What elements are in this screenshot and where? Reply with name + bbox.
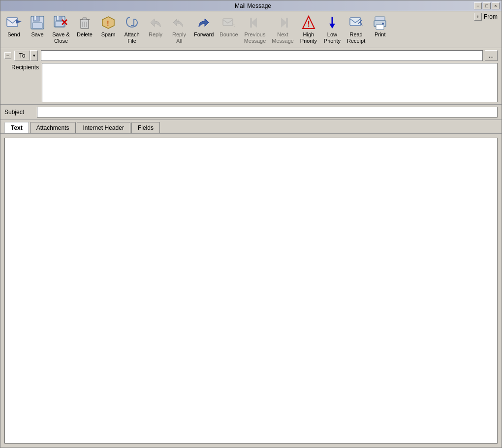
send-button[interactable]: Send <box>2 13 25 40</box>
message-body-container <box>4 138 498 444</box>
bounce-label: Bounce <box>220 31 238 38</box>
spam-icon: ! <box>100 15 116 30</box>
maximize-button[interactable]: □ <box>483 2 491 9</box>
svg-rect-8 <box>57 16 59 20</box>
svg-rect-7 <box>56 16 62 21</box>
to-input[interactable] <box>41 50 483 61</box>
reply-button[interactable]: Reply <box>144 13 167 40</box>
svg-marker-1 <box>16 20 22 24</box>
to-button[interactable]: To <box>14 51 30 60</box>
bounce-icon <box>221 15 237 30</box>
svg-point-35 <box>382 23 384 25</box>
recipients-input[interactable] <box>42 63 498 102</box>
print-label: Print <box>375 31 386 38</box>
read-receipt-button[interactable]: Read Receipt <box>345 13 368 46</box>
low-priority-label: Low Priority <box>324 31 341 44</box>
to-btn-group: To ▾ <box>14 50 38 61</box>
subject-row: Subject <box>0 105 502 120</box>
reply-all-icon <box>171 15 187 30</box>
high-priority-icon: ! <box>301 15 316 30</box>
from-expand-button[interactable]: + <box>474 13 482 21</box>
spam-button[interactable]: ! Spam <box>97 13 120 40</box>
tab-internet-header[interactable]: Internet Header <box>77 122 130 133</box>
print-button[interactable]: Print <box>369 13 391 40</box>
svg-rect-34 <box>376 25 384 30</box>
tab-attachments[interactable]: Attachments <box>30 122 76 133</box>
spam-label: Spam <box>101 31 116 38</box>
save-icon <box>30 15 45 30</box>
read-receipt-label: Read Receipt <box>347 31 365 44</box>
svg-rect-24 <box>250 18 252 28</box>
to-dropdown[interactable]: ▾ <box>30 50 38 61</box>
delete-button[interactable]: Delete <box>73 13 96 40</box>
to-row: − To ▾ ... <box>4 50 498 61</box>
print-icon <box>372 15 388 30</box>
next-message-icon <box>275 15 291 30</box>
message-body-input[interactable] <box>5 138 497 443</box>
delete-icon <box>77 15 93 30</box>
attach-file-label: Attach File <box>124 31 139 44</box>
mail-message-window: Mail Message − □ × Send <box>0 0 502 448</box>
low-priority-button[interactable]: Low Priority <box>321 13 344 46</box>
subject-input[interactable] <box>37 107 498 118</box>
delete-label: Delete <box>77 31 93 38</box>
header-area: − To ▾ ... Recipients <box>0 48 502 105</box>
reply-icon <box>148 15 163 30</box>
from-label: From <box>484 13 498 20</box>
svg-rect-4 <box>34 16 36 20</box>
svg-text:!: ! <box>307 20 310 28</box>
forward-label: Forward <box>194 31 214 38</box>
svg-rect-26 <box>286 18 288 28</box>
from-area: + From <box>474 13 500 21</box>
send-label: Send <box>7 31 20 38</box>
title-bar: Mail Message − □ × <box>0 0 502 11</box>
save-close-label: Save & Close <box>52 31 69 44</box>
title-bar-controls: − □ × <box>474 2 500 9</box>
svg-rect-31 <box>350 18 361 26</box>
collapse-button[interactable]: − <box>4 52 11 59</box>
toolbar: Send Save <box>0 11 502 48</box>
close-button[interactable]: × <box>492 2 500 9</box>
recipients-row: Recipients <box>4 63 498 102</box>
attach-file-button[interactable]: Attach File <box>121 13 143 46</box>
save-label: Save <box>31 31 43 38</box>
to-ellipsis-button[interactable]: ... <box>485 50 498 61</box>
send-icon <box>6 15 22 30</box>
tabs-bar: Text Attachments Internet Header Fields <box>0 120 502 134</box>
minimize-button[interactable]: − <box>474 2 482 9</box>
forward-button[interactable]: Forward <box>191 13 216 40</box>
window-title: Mail Message <box>32 2 474 9</box>
save-close-icon <box>53 15 69 30</box>
svg-rect-5 <box>32 23 42 29</box>
high-priority-button[interactable]: ! High Priority <box>297 13 320 46</box>
reply-label: Reply <box>149 31 162 38</box>
next-message-label: Next Message <box>272 31 294 44</box>
save-button[interactable]: Save <box>26 13 49 40</box>
read-receipt-icon <box>348 15 364 30</box>
bounce-button[interactable]: Bounce <box>217 13 240 40</box>
previous-message-label: Previous Message <box>244 31 266 44</box>
reply-all-label: Reply All <box>172 31 186 44</box>
svg-rect-3 <box>33 16 39 21</box>
attach-file-icon <box>124 15 140 30</box>
reply-all-button[interactable]: Reply All <box>168 13 190 46</box>
tab-fields[interactable]: Fields <box>131 122 160 133</box>
forward-icon <box>196 15 212 30</box>
subject-label: Subject <box>4 109 34 116</box>
tab-text[interactable]: Text <box>4 122 29 133</box>
previous-message-button[interactable]: Previous Message <box>242 13 269 46</box>
svg-rect-22 <box>223 19 233 26</box>
save-close-button[interactable]: Save & Close <box>50 13 72 46</box>
low-priority-icon <box>324 15 340 30</box>
next-message-button[interactable]: Next Message <box>269 13 296 46</box>
high-priority-label: High Priority <box>300 31 317 44</box>
svg-marker-30 <box>329 24 335 29</box>
svg-rect-14 <box>83 18 87 20</box>
previous-message-icon <box>247 15 263 30</box>
svg-text:!: ! <box>107 19 109 27</box>
recipients-label: Recipients <box>4 63 39 71</box>
